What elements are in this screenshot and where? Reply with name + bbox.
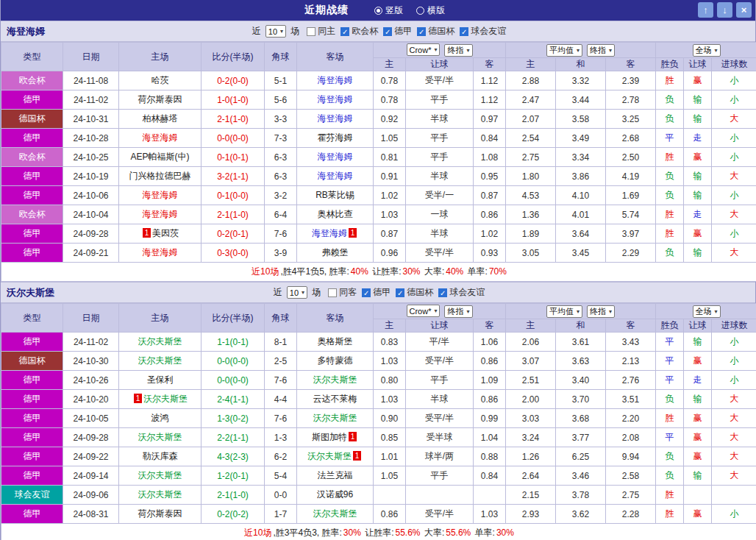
bookmaker-select-value: Crow* <box>410 46 432 54</box>
match-row: 欧会杯24-10-04海登海姆2-1(1-0)6-4奥林比查1.03一球0.86… <box>1 205 756 224</box>
result-value <box>712 486 756 505</box>
near-label: 近 <box>252 25 261 38</box>
team-name: 荷尔斯泰因 <box>138 94 182 104</box>
odds-value: 3.77 <box>556 428 606 447</box>
match-row: 德甲24-08-31荷尔斯泰因0-2(0-2)1-7沃尔夫斯堡0.86受平/半1… <box>1 505 756 524</box>
column-header: 让球 <box>406 319 474 333</box>
away-team-cell: 沃尔夫斯堡 <box>297 409 374 428</box>
close-button[interactable]: × <box>736 2 752 18</box>
final-index-select[interactable]: 终指▾ <box>587 44 615 57</box>
match-date: 24-09-28 <box>63 224 119 244</box>
odds-value: 受半/一 <box>406 186 474 205</box>
away-team-cell: 斯图加特1 <box>297 428 374 447</box>
bookmaker-select[interactable]: Crow*▾ <box>407 43 441 56</box>
match-row: 德甲24-10-201沃尔夫斯堡2-4(1-1)4-4云达不莱梅1.03半球0.… <box>1 390 756 409</box>
odds-value: 2.20 <box>606 409 656 428</box>
checkbox-label: 同客 <box>339 286 357 299</box>
result-value: 小 <box>712 186 756 205</box>
odds-value: 0.86 <box>374 505 406 524</box>
odds-value: 1.02 <box>374 186 406 205</box>
league-badge: 德甲 <box>1 447 63 466</box>
average-select[interactable]: 平均值▾ <box>546 44 582 57</box>
fulltime-select[interactable]: 全场▾ <box>693 44 721 57</box>
score-cell: 2-2(1-1) <box>202 428 265 447</box>
panel-title: 近期战绩 <box>304 4 349 17</box>
bookmaker-select[interactable]: Crow*▾ <box>407 305 441 317</box>
home-team-cell: 1美因茨 <box>119 224 202 244</box>
team-name: 沃尔夫斯堡 <box>138 355 182 366</box>
result-value: 输 <box>684 466 712 486</box>
column-header: 客 <box>606 58 656 71</box>
match-count-select[interactable]: 10▾ <box>287 286 307 299</box>
checked-checkbox-icon: ✓ <box>438 288 447 297</box>
summary-text: 30% <box>343 527 361 538</box>
home-team-cell: 哈茨 <box>119 71 202 90</box>
fulltime-select[interactable]: 全场▾ <box>693 305 721 318</box>
chevron-down-icon: ▾ <box>577 308 580 315</box>
filter-checkbox[interactable]: 同主 <box>307 25 335 38</box>
average-select-value: 平均值 <box>549 45 574 56</box>
filter-checkbox[interactable]: ✓德国杯 <box>396 286 433 299</box>
away-team-cell: 沃尔夫斯堡1 <box>297 447 374 466</box>
league-badge: 德国杯 <box>1 110 63 129</box>
result-value: 赢 <box>684 148 712 167</box>
column-header: 角球 <box>265 304 297 333</box>
match-date: 24-10-26 <box>63 371 119 390</box>
filter-checkbox[interactable]: 同客 <box>328 286 357 299</box>
checkbox-label: 同主 <box>318 25 335 38</box>
filter-checkbox[interactable]: ✓德甲 <box>362 286 391 299</box>
odds-value: 1.03 <box>374 205 406 224</box>
odds-value: 3.49 <box>556 129 606 148</box>
move-up-button[interactable]: ↑ <box>698 2 713 18</box>
results-table: 类型日期主场比分(半场)角球客场Crow*▾终指▾平均值▾终指▾全场▾主让球客主… <box>1 303 756 540</box>
odds-value: 0.93 <box>474 244 506 263</box>
filter-checkbox[interactable]: ✓球会友谊 <box>460 25 506 38</box>
odds-value: 2.00 <box>506 390 556 409</box>
games-label: 场 <box>290 25 299 38</box>
corners-cell: 3-2 <box>265 186 297 205</box>
odds-value: 受平/半 <box>406 71 474 90</box>
result-value: 负 <box>656 466 684 486</box>
filter-checkbox[interactable]: ✓德甲 <box>383 25 412 38</box>
home-team-cell: 圣保利 <box>119 371 202 390</box>
team-name: AEP帕福斯(中) <box>130 152 189 162</box>
filter-checkbox[interactable]: ✓德国杯 <box>417 25 454 38</box>
match-count-select[interactable]: 10▾ <box>265 25 286 38</box>
final-index-select[interactable]: 终指▾ <box>444 305 472 318</box>
result-value: 负 <box>656 186 684 205</box>
column-header: 客 <box>474 58 506 71</box>
odds-value: 1.03 <box>474 505 506 524</box>
match-row: 德甲24-09-28沃尔夫斯堡2-2(1-1)1-3斯图加特10.85受半球1.… <box>1 428 756 447</box>
result-value: 小 <box>712 371 756 390</box>
filter-checkbox[interactable]: ✓欧会杯 <box>340 25 378 38</box>
layout-radio-vertical[interactable]: 竖版 <box>374 4 403 17</box>
odds-value: 半球 <box>406 110 474 129</box>
filter-checkbox[interactable]: ✓球会友谊 <box>438 286 485 299</box>
result-value: 胜 <box>656 409 684 428</box>
radio-selected-icon <box>374 7 382 15</box>
final-index-select[interactable]: 终指▾ <box>444 44 472 57</box>
column-header: 比分(半场) <box>202 43 265 71</box>
odds-value: 1.03 <box>374 352 406 371</box>
checked-checkbox-icon: ✓ <box>383 27 392 36</box>
layout-radio-horizontal[interactable]: 横版 <box>416 4 445 17</box>
average-select[interactable]: 平均值▾ <box>546 305 582 318</box>
filter-bar: 近10▾场同主✓欧会杯✓德甲✓德国杯✓球会友谊 <box>250 25 506 38</box>
odds-value: 2.75 <box>606 486 656 505</box>
league-badge: 德甲 <box>1 409 63 428</box>
team-name: 沃尔夫斯堡 <box>313 413 357 423</box>
away-team-cell: 弗赖堡 <box>297 244 374 263</box>
sections-container: 海登海姆近10▾场同主✓欧会杯✓德甲✓德国杯✓球会友谊类型日期主场比分(半场)角… <box>1 21 755 540</box>
home-team-cell: 沃尔夫斯堡 <box>119 486 202 505</box>
odds-value: 0.83 <box>374 333 406 352</box>
score-cell: 0-0(0-0) <box>202 371 265 390</box>
odds-value: 0.91 <box>374 167 406 186</box>
move-down-button[interactable]: ↓ <box>717 2 732 18</box>
final-index-select[interactable]: 终指▾ <box>587 305 615 318</box>
summary-text: 大率: <box>422 266 445 277</box>
score-cell: 0-2(0-2) <box>202 505 265 524</box>
summary-text: 30% <box>496 527 514 538</box>
match-row: 德甲24-09-22勒沃库森4-3(2-3)6-2沃尔夫斯堡11.01球半/两0… <box>1 447 756 466</box>
column-header: 类型 <box>1 43 63 71</box>
red-card-badge: 1 <box>349 228 357 238</box>
